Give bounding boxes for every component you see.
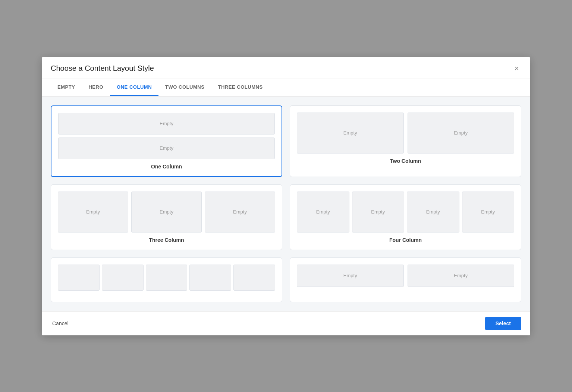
one-col-preview: Empty Empty [58, 113, 275, 159]
empty-block: Empty [407, 192, 459, 233]
layout-card-five-column[interactable] [51, 257, 282, 302]
four-col-preview: Empty Empty Empty Empty [297, 192, 514, 233]
modal-footer: Cancel Select [42, 311, 530, 335]
empty-block: Empty [58, 192, 128, 233]
empty-block: Empty [297, 113, 404, 154]
two-col-preview: Empty Empty [297, 113, 514, 154]
modal: Choose a Content Layout Style × EMPTY HE… [42, 57, 530, 335]
empty-block: Empty [58, 137, 275, 159]
layout-label-two-column: Two Column [297, 158, 514, 164]
layout-label-one-column: One Column [58, 164, 275, 170]
layout-picker-body: Empty Empty One Column Empty Empty Two C… [42, 97, 530, 311]
cancel-button[interactable]: Cancel [51, 317, 70, 329]
empty-block [233, 265, 275, 291]
empty-block [146, 265, 188, 291]
layout-card-four-column[interactable]: Empty Empty Empty Empty Four Column [290, 184, 521, 250]
empty-block: Empty [205, 192, 275, 233]
tab-three-columns[interactable]: THREE COLUMNS [211, 79, 269, 96]
modal-title: Choose a Content Layout Style [51, 64, 154, 73]
layout-label-four-column: Four Column [297, 237, 514, 243]
empty-block: Empty [58, 113, 275, 135]
modal-overlay: Choose a Content Layout Style × EMPTY HE… [0, 0, 572, 392]
layout-card-one-column[interactable]: Empty Empty One Column [51, 105, 282, 177]
empty-block: Empty [297, 265, 404, 287]
tab-bar: EMPTY HERO ONE COLUMN TWO COLUMNS THREE … [42, 79, 530, 97]
select-button[interactable]: Select [485, 317, 521, 330]
tab-hero[interactable]: HERO [82, 79, 110, 96]
empty-block: Empty [352, 192, 405, 233]
empty-block [102, 265, 144, 291]
layout-card-three-column[interactable]: Empty Empty Empty Three Column [51, 184, 282, 250]
empty-block [58, 265, 100, 291]
layout-card-two-column-variant[interactable]: Empty Empty [290, 257, 521, 302]
two-col-bottom-preview: Empty Empty [297, 265, 514, 287]
tab-empty[interactable]: EMPTY [51, 79, 82, 96]
empty-block: Empty [408, 113, 515, 154]
empty-block: Empty [297, 192, 349, 233]
empty-block: Empty [462, 192, 515, 233]
empty-block [189, 265, 231, 291]
modal-header: Choose a Content Layout Style × [42, 57, 530, 79]
layout-grid: Empty Empty One Column Empty Empty Two C… [51, 105, 521, 302]
five-col-preview [58, 265, 275, 291]
close-button[interactable]: × [512, 64, 521, 73]
empty-block: Empty [131, 192, 202, 233]
layout-card-two-column[interactable]: Empty Empty Two Column [290, 105, 521, 177]
empty-block: Empty [408, 265, 515, 287]
layout-label-three-column: Three Column [58, 237, 275, 243]
three-col-preview: Empty Empty Empty [58, 192, 275, 233]
tab-two-columns[interactable]: TWO COLUMNS [158, 79, 211, 96]
tab-one-column[interactable]: ONE COLUMN [110, 79, 158, 96]
